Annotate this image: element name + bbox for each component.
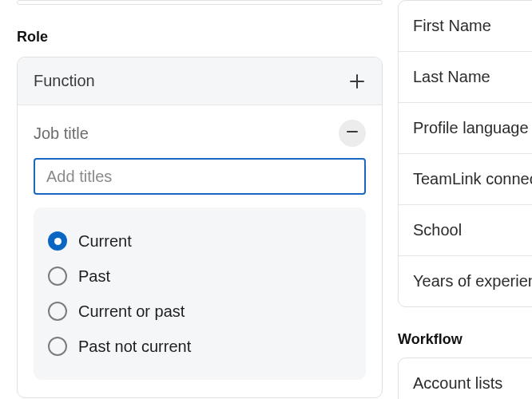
- function-filter-row[interactable]: Function: [18, 57, 382, 105]
- filter-row[interactable]: First Name: [399, 1, 532, 52]
- filter-row[interactable]: Profile language: [399, 103, 532, 154]
- radio-label: Past not current: [78, 338, 191, 356]
- radio-label: Current: [78, 232, 132, 251]
- workflow-row[interactable]: Account lists: [399, 358, 532, 399]
- additional-filters-card: First NameLast NameProfile languageTeamL…: [398, 0, 532, 307]
- filter-row[interactable]: Last Name: [399, 52, 532, 103]
- radio-button[interactable]: [48, 267, 67, 286]
- function-label: Function: [34, 72, 95, 90]
- radio-option[interactable]: Current or past: [48, 294, 351, 329]
- collapse-button[interactable]: [339, 120, 366, 147]
- job-title-scope-panel: CurrentPastCurrent or pastPast not curre…: [34, 207, 366, 380]
- filter-row[interactable]: School: [399, 205, 532, 256]
- radio-label: Past: [78, 267, 110, 286]
- role-filters-card: Function Job title CurrentPastCurrent or…: [17, 57, 383, 398]
- radio-button[interactable]: [48, 231, 67, 251]
- section-label-workflow: Workflow: [398, 331, 532, 348]
- radio-option[interactable]: Past: [48, 259, 351, 294]
- job-title-input[interactable]: [34, 158, 366, 195]
- radio-button[interactable]: [48, 337, 67, 356]
- collapsed-filter-card[interactable]: [17, 0, 383, 5]
- filter-row[interactable]: TeamLink connec: [399, 154, 532, 205]
- radio-label: Current or past: [78, 302, 185, 321]
- radio-button[interactable]: [48, 302, 67, 321]
- radio-option[interactable]: Current: [48, 223, 351, 259]
- filter-row[interactable]: Years of experien: [399, 256, 532, 306]
- plus-icon: [348, 73, 366, 90]
- radio-option[interactable]: Past not current: [48, 329, 351, 364]
- job-title-label: Job title: [34, 124, 89, 143]
- job-title-filter: Job title CurrentPastCurrent or pastPast…: [18, 105, 382, 397]
- minus-icon: [346, 125, 359, 141]
- workflow-card: Account lists: [398, 358, 532, 399]
- section-label-role: Role: [17, 29, 383, 45]
